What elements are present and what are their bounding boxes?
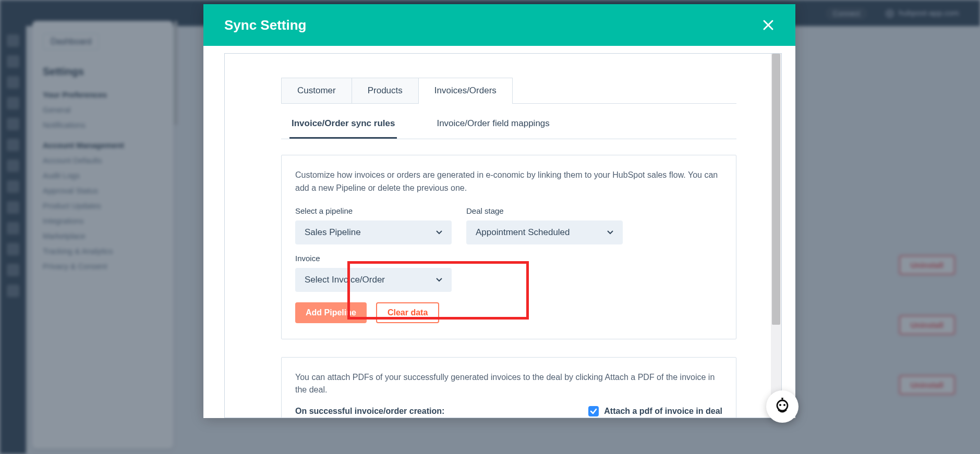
tab-products[interactable]: Products xyxy=(352,78,419,103)
on-success-label: On successful invoice/order creation: xyxy=(295,407,444,416)
invoice-select[interactable]: Select Invoice/Order xyxy=(295,268,452,292)
checkbox-checked-icon xyxy=(588,406,599,416)
deal-stage-label: Deal stage xyxy=(466,206,623,215)
caret-down-icon xyxy=(436,278,442,282)
sync-setting-modal: Sync Setting Customer Products Invoices/… xyxy=(203,4,795,418)
caret-down-icon xyxy=(607,230,613,235)
scrollbar-thumb[interactable] xyxy=(772,54,780,325)
pipeline-select[interactable]: Sales Pipeline xyxy=(295,220,452,244)
chatbot-button[interactable] xyxy=(766,390,798,423)
svg-point-0 xyxy=(777,400,788,411)
clear-data-button[interactable]: Clear data xyxy=(376,302,439,323)
modal-body-scrollbar[interactable]: ▲ ▼ xyxy=(771,54,781,418)
pipeline-select-value: Sales Pipeline xyxy=(305,227,361,238)
tab-sync-rules[interactable]: Invoice/Order sync rules xyxy=(289,110,397,139)
close-icon[interactable] xyxy=(762,19,775,31)
svg-point-1 xyxy=(779,404,781,406)
modal-body: Customer Products Invoices/Orders Invoic… xyxy=(224,53,782,418)
deal-stage-select[interactable]: Appointment Scheduled xyxy=(466,220,623,244)
attach-pdf-checkbox-label: Attach a pdf of invoice in deal xyxy=(604,407,722,416)
card-description: Customize how invoices or orders are gen… xyxy=(295,169,722,195)
caret-down-icon xyxy=(436,230,442,235)
modal-header: Sync Setting xyxy=(203,4,795,46)
invoice-select-value: Select Invoice/Order xyxy=(305,275,385,285)
tab-field-mappings[interactable]: Invoice/Order field mappings xyxy=(434,110,551,139)
tab-customer[interactable]: Customer xyxy=(281,78,352,103)
deal-stage-select-value: Appointment Scheduled xyxy=(476,227,570,238)
sync-rules-card: Customize how invoices or orders are gen… xyxy=(281,155,736,339)
tab-invoices-orders[interactable]: Invoices/Orders xyxy=(418,78,513,103)
attach-pdf-card: You can attach PDFs of your successfully… xyxy=(281,357,736,418)
modal-title: Sync Setting xyxy=(224,17,306,33)
chatbot-icon xyxy=(773,398,791,415)
tabs-minor: Invoice/Order sync rules Invoice/Order f… xyxy=(281,110,736,139)
add-pipeline-button[interactable]: Add Pipeline xyxy=(295,302,367,323)
svg-point-2 xyxy=(783,404,785,406)
attach-pdf-checkbox[interactable]: Attach a pdf of invoice in deal xyxy=(588,406,722,416)
pipeline-label: Select a pipeline xyxy=(295,206,452,215)
attach-pdf-description: You can attach PDFs of your successfully… xyxy=(295,371,722,397)
tabs-major: Customer Products Invoices/Orders xyxy=(281,78,736,104)
invoice-label: Invoice xyxy=(295,254,452,263)
